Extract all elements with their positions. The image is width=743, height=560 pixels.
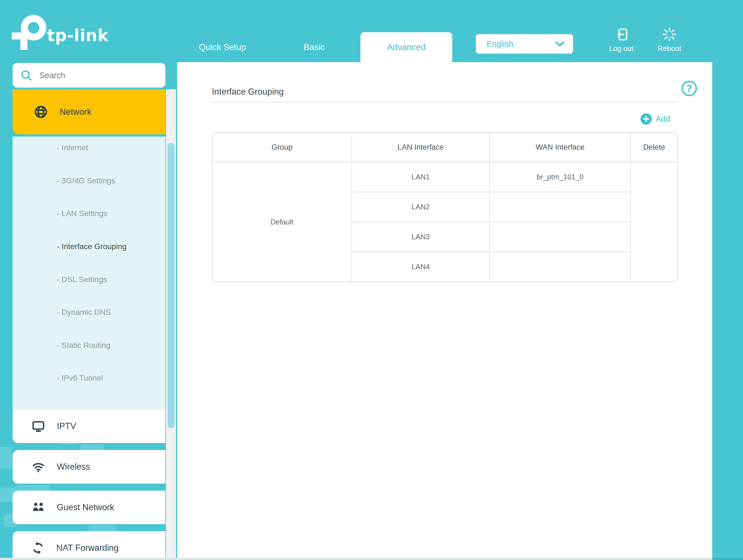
reboot-button[interactable]: Reboot <box>650 27 689 53</box>
sidebar-item-guest-network[interactable]: Guest Network <box>12 490 165 524</box>
submenu-item-dynamic-dns[interactable]: - Dynamic DNS <box>57 308 111 317</box>
decor-square <box>89 526 116 531</box>
network-submenu: - Internet - 3G/4G Settings - LAN Settin… <box>12 137 165 423</box>
decor-square <box>17 485 50 490</box>
sidebar-item-label: Wireless <box>57 462 90 472</box>
horizontal-scrollbar-corner <box>712 558 743 560</box>
main-content-panel: Interface Grouping ? Add Group LAN Inter… <box>177 62 712 560</box>
submenu-item-ipv6-tunnel[interactable]: - IPv6 Tunnel <box>57 374 103 383</box>
monitor-icon <box>31 419 45 433</box>
horizontal-scrollbar[interactable] <box>0 558 743 560</box>
decor-square <box>4 514 17 527</box>
decor-square <box>0 487 16 502</box>
column-header-wan: WAN Interface <box>489 133 631 162</box>
wifi-icon <box>31 460 45 474</box>
chevron-down-icon <box>555 41 564 47</box>
title-divider <box>212 102 677 102</box>
submenu-item-3g4g-settings[interactable]: - 3G/4G Settings <box>57 176 115 185</box>
sidebar-item-label: Network <box>59 107 91 117</box>
reboot-label: Reboot <box>650 44 689 53</box>
wan-interface-cell: br_ptm_101_0 <box>489 162 631 192</box>
sidebar-item-iptv[interactable]: IPTV <box>12 410 165 443</box>
tp-link-logo: tp-link <box>11 14 109 50</box>
svg-text:tp-link: tp-link <box>47 26 108 45</box>
page-title: Interface Grouping <box>212 87 284 97</box>
add-button[interactable]: Add <box>641 113 670 125</box>
sidebar-item-wireless[interactable]: Wireless <box>12 450 165 484</box>
table-row: Default LAN1 br_ptm_101_0 <box>212 162 677 192</box>
submenu-item-lan-settings[interactable]: - LAN Settings <box>57 209 107 218</box>
decor-square <box>81 444 103 450</box>
logout-button[interactable]: Log out <box>602 27 641 53</box>
lan-interface-cell: LAN1 <box>352 162 489 192</box>
submenu-item-internet[interactable]: - Internet <box>57 143 88 152</box>
people-icon <box>31 501 45 514</box>
submenu-item-interface-grouping[interactable]: - Interface Grouping <box>57 242 127 251</box>
sidebar-search[interactable] <box>12 63 165 88</box>
sidebar-item-label: IPTV <box>57 421 76 431</box>
wan-interface-cell <box>489 252 631 282</box>
search-icon <box>20 69 33 82</box>
reboot-icon <box>662 27 677 42</box>
lan-interface-cell: LAN3 <box>352 222 489 252</box>
tab-advanced[interactable]: Advanced <box>360 32 452 62</box>
wan-interface-cell <box>489 192 631 222</box>
delete-cell <box>631 162 677 282</box>
lan-interface-cell: LAN2 <box>352 192 489 222</box>
interface-grouping-table: Group LAN Interface WAN Interface Delete… <box>212 132 678 282</box>
tab-quick-setup[interactable]: Quick Setup <box>179 32 266 62</box>
logout-label: Log out <box>602 44 641 53</box>
router-admin-page: { "header": { "brand": "tp-link", "tabs"… <box>0 0 743 560</box>
group-name-cell: Default <box>212 162 352 282</box>
lan-interface-cell: LAN4 <box>352 252 489 282</box>
search-input[interactable] <box>39 71 141 80</box>
table-header-row: Group LAN Interface WAN Interface Delete <box>212 133 677 162</box>
column-header-lan: LAN Interface <box>352 133 489 162</box>
sidebar-item-nat-forwarding[interactable]: NAT Forwarding <box>12 531 165 560</box>
tab-basic[interactable]: Basic <box>273 32 355 62</box>
help-button[interactable]: ? <box>681 80 698 97</box>
plus-icon <box>641 113 652 125</box>
decor-square <box>61 440 78 444</box>
language-dropdown[interactable]: English <box>476 34 573 54</box>
sidebar-scrollbar-thumb[interactable] <box>168 143 175 428</box>
add-button-label: Add <box>656 115 670 124</box>
sidebar-item-label: Guest Network <box>57 502 114 512</box>
column-header-delete: Delete <box>631 133 677 162</box>
language-selected-value: English <box>487 39 513 49</box>
submenu-item-static-routing[interactable]: - Static Routing <box>57 341 110 350</box>
decor-square <box>0 447 12 469</box>
sidebar-item-network[interactable]: Network <box>12 89 165 134</box>
submenu-item-dsl-settings[interactable]: - DSL Settings <box>57 275 107 284</box>
svg-text:?: ? <box>687 83 692 94</box>
column-header-group: Group <box>212 133 352 162</box>
wan-interface-cell <box>489 222 631 252</box>
globe-icon <box>34 105 48 119</box>
logout-icon <box>614 27 629 42</box>
